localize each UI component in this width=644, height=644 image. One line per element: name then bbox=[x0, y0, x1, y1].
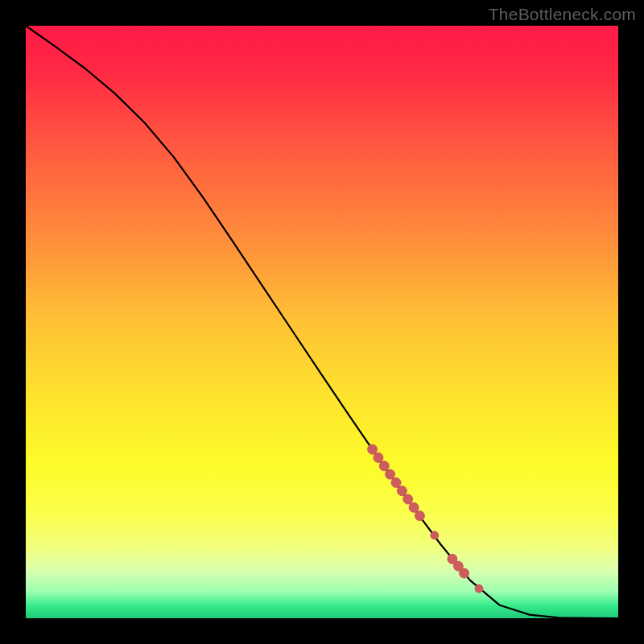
data-marker bbox=[460, 568, 469, 578]
plot-area bbox=[26, 26, 618, 618]
data-marker bbox=[374, 453, 383, 463]
data-marker bbox=[403, 494, 413, 504]
data-marker bbox=[415, 511, 424, 521]
bottleneck-curve bbox=[26, 26, 618, 618]
data-marker bbox=[431, 531, 439, 539]
data-marker bbox=[397, 486, 407, 496]
watermark-text: TheBottleneck.com bbox=[489, 5, 636, 24]
data-marker bbox=[409, 502, 419, 512]
marker-layer bbox=[368, 444, 483, 592]
chart-stage: TheBottleneck.com bbox=[0, 0, 644, 644]
data-marker bbox=[475, 584, 483, 592]
data-marker bbox=[386, 469, 395, 479]
data-marker bbox=[379, 461, 389, 471]
data-marker bbox=[391, 478, 401, 488]
plot-overlay bbox=[26, 26, 618, 618]
data-marker bbox=[368, 444, 378, 454]
